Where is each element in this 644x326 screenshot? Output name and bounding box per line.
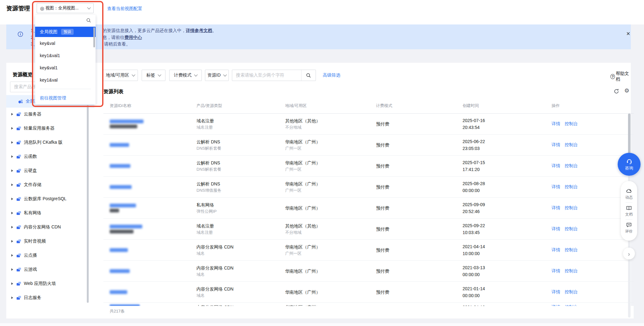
expand-arrow-icon[interactable] <box>11 226 13 228</box>
expand-arrow-icon[interactable] <box>11 184 13 186</box>
expand-arrow-icon[interactable] <box>11 113 13 115</box>
resource-id-redacted[interactable] <box>110 225 142 228</box>
search-button[interactable] <box>301 70 316 81</box>
sidebar-item[interactable]: 云服务器 <box>6 107 88 121</box>
sidebar-item[interactable]: 云游戏 <box>6 262 88 276</box>
resource-id-redacted[interactable] <box>110 164 130 168</box>
console-link[interactable]: 控制台 <box>565 289 578 295</box>
resource-id-redacted[interactable] <box>110 269 130 273</box>
region-filter-dropdown[interactable]: 地域/可用区 <box>103 70 138 81</box>
sidebar-item[interactable]: 云硬盘 <box>6 163 88 178</box>
expand-arrow-icon[interactable] <box>11 254 13 257</box>
detail-link[interactable]: 详情 <box>552 268 560 274</box>
resource-id-redacted[interactable] <box>110 248 128 252</box>
view-search-input[interactable] <box>35 15 96 26</box>
view-option[interactable]: key&val <box>35 37 96 49</box>
refresh-icon[interactable] <box>614 88 619 95</box>
billing-center-link[interactable]: 费用中心 <box>124 35 142 40</box>
resource-id-redacted[interactable] <box>110 143 129 147</box>
expand-arrow-icon[interactable] <box>11 268 13 271</box>
sidebar-item[interactable]: 文件存储 <box>6 178 88 192</box>
close-icon[interactable]: ✕ <box>626 31 630 37</box>
billing-mode: 预付费 <box>376 226 389 232</box>
zone: 不分地域 <box>285 125 320 130</box>
view-option[interactable]: key&val1 <box>35 61 96 74</box>
sidebar-scrollbar[interactable] <box>87 105 89 303</box>
advanced-filter-link[interactable]: 高级筛选 <box>323 72 340 78</box>
docs-button[interactable]: 文档 <box>625 203 633 219</box>
manage-views-link[interactable]: 前往视图管理 <box>40 93 66 104</box>
resource-id-redacted[interactable] <box>110 120 144 123</box>
detail-link[interactable]: 详情 <box>552 289 560 295</box>
expand-arrow-icon[interactable] <box>11 141 13 144</box>
expand-arrow-icon[interactable] <box>11 155 13 158</box>
sidebar-item[interactable]: 日志服务 <box>6 291 88 305</box>
view-config-link[interactable]: 查看当前视图配置 <box>107 6 142 12</box>
view-option[interactable]: key1&val <box>35 74 96 86</box>
detail-link[interactable]: 详情 <box>552 247 560 253</box>
collapse-rail-button[interactable]: › <box>623 248 635 259</box>
table-row[interactable]: 云解析 DNS DNS解析套餐 华南地区（广州） 广州一区 预付费 2025-0… <box>103 135 634 156</box>
sidebar-item[interactable]: 轻量应用服务器 <box>6 121 88 135</box>
table-row[interactable]: 域名注册 域名注册 其他地区（其他） 不分地域 预付费 2025-09-22 1… <box>103 219 634 240</box>
table-row[interactable]: 内容分发网络 CDN 域名 华南地区（广州） 广州一区 预付费 2021-04-… <box>103 240 634 261</box>
console-link[interactable]: 控制台 <box>565 184 578 190</box>
resource-id-redacted[interactable] <box>110 290 127 294</box>
detail-link[interactable]: 详情 <box>552 184 560 190</box>
sidebar-item[interactable]: Web 应用防火墙 <box>6 276 88 291</box>
detail-link[interactable]: 详情 <box>552 142 560 148</box>
help-docs-link[interactable]: ? 帮助文档 <box>610 71 631 82</box>
console-link[interactable]: 控制台 <box>565 268 578 274</box>
expand-arrow-icon[interactable] <box>11 169 13 172</box>
detail-link[interactable]: 详情 <box>552 205 560 211</box>
expand-arrow-icon[interactable] <box>11 212 13 214</box>
resource-id-redacted[interactable] <box>110 204 136 207</box>
console-link[interactable]: 控制台 <box>565 121 578 127</box>
chevron-down-icon <box>87 6 91 9</box>
consult-button[interactable]: 咨询 <box>618 153 641 176</box>
updates-button[interactable]: 动态 <box>625 186 633 202</box>
view-option[interactable]: 全局视图 预设 <box>35 27 96 37</box>
view-option[interactable]: key1&val1 <box>35 49 96 61</box>
docs-reference-link[interactable]: 详情参考文档 <box>186 28 212 33</box>
expand-arrow-icon[interactable] <box>11 282 13 285</box>
sidebar-item[interactable]: 云函数 <box>6 149 88 163</box>
sidebar-item[interactable]: 私有网络 <box>6 206 88 220</box>
expand-arrow-icon[interactable] <box>11 127 13 130</box>
detail-link[interactable]: 详情 <box>552 121 560 127</box>
table-row[interactable]: 内容分发网络 CDN 域名 华南地区（广州） 预付费 2021-03-13 00… <box>103 261 634 282</box>
console-link[interactable]: 控制台 <box>565 205 578 211</box>
resource-id-redacted[interactable] <box>110 185 132 189</box>
table-row[interactable]: 域名注册 域名注册 其他地区（其他） 不分地域 预付费 2025-07-16 2… <box>103 114 634 135</box>
table-row[interactable]: 云解析 DNS DNS增值服务 华南地区（广州） 广州一区 预付费 2025-0… <box>103 177 634 198</box>
table-scrollbar-thumb[interactable] <box>628 114 631 159</box>
table-row[interactable]: 内容分发网络 CDN 华南地区（广州） 2021-04-13 详情 控制台 <box>103 303 634 306</box>
console-link[interactable]: 控制台 <box>565 163 578 169</box>
expand-arrow-icon[interactable] <box>11 240 13 243</box>
feedback-button[interactable]: 评价 <box>625 220 633 236</box>
resource-search-input[interactable]: 搜索请输入至少两个字符 <box>232 70 316 81</box>
view-selector-trigger[interactable]: ◎ 视图：全局视图... <box>37 3 94 13</box>
table-row[interactable]: 云解析 DNS DNS解析套餐 华南地区（广州） 广州一区 预付费 2025-0… <box>103 156 634 177</box>
console-link[interactable]: 控制台 <box>565 142 578 148</box>
console-link[interactable]: 控制台 <box>565 226 578 232</box>
sidebar-item-label: 轻量应用服务器 <box>24 126 55 131</box>
billing-filter-dropdown[interactable]: 计费模式 <box>169 70 202 81</box>
sidebar-item[interactable]: 实时音视频 <box>6 234 88 248</box>
detail-link[interactable]: 详情 <box>552 226 560 232</box>
table-row[interactable]: 内容分发网络 CDN 域名 华南地区（广州） 预付费 2021-01-14 00… <box>103 282 634 303</box>
expand-arrow-icon[interactable] <box>11 297 13 299</box>
product-name: 内容分发网络 CDN <box>196 286 233 292</box>
console-link[interactable]: 控制台 <box>565 247 578 253</box>
sidebar-item[interactable]: 云点播 <box>6 248 88 262</box>
expand-arrow-icon[interactable] <box>11 198 13 200</box>
tag-filter-dropdown[interactable]: 标签 <box>142 70 165 81</box>
sidebar-item[interactable]: 云数据库 PostgreSQL <box>6 192 88 206</box>
dropdown-scrollbar[interactable] <box>93 27 95 47</box>
detail-link[interactable]: 详情 <box>552 163 560 169</box>
search-field-selector[interactable]: 资源ID <box>205 70 229 81</box>
sidebar-item[interactable]: 消息队列 CKafka 版 <box>6 135 88 149</box>
sidebar-item[interactable]: 内容分发网络 CDN <box>6 220 88 234</box>
table-row[interactable]: 私有网络 弹性公网IP 华南地区（广州） 预付费 2025-09-09 20:5… <box>103 198 634 219</box>
gear-icon[interactable]: ⚙ <box>624 87 629 94</box>
